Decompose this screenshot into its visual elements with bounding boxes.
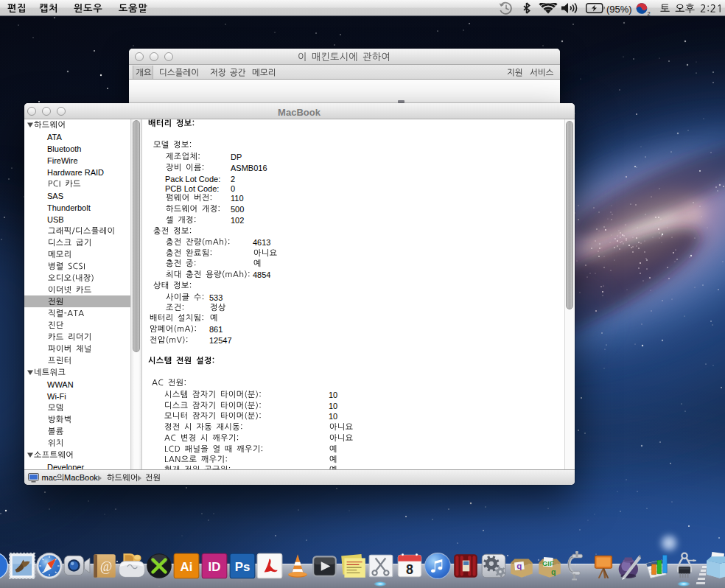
svg-text:Ai: Ai bbox=[181, 560, 193, 574]
svg-text:@: @ bbox=[100, 559, 112, 574]
svg-text:Ps: Ps bbox=[235, 560, 251, 574]
svg-text:8: 8 bbox=[406, 562, 413, 577]
svg-text:q: q bbox=[551, 585, 556, 588]
svg-text:q: q bbox=[516, 561, 522, 570]
svg-text:8: 8 bbox=[406, 584, 413, 588]
svg-text:2: 2 bbox=[648, 10, 651, 16]
svg-text:q: q bbox=[551, 567, 556, 576]
svg-text:GIF: GIF bbox=[542, 559, 554, 567]
svg-text:ID: ID bbox=[209, 560, 221, 574]
